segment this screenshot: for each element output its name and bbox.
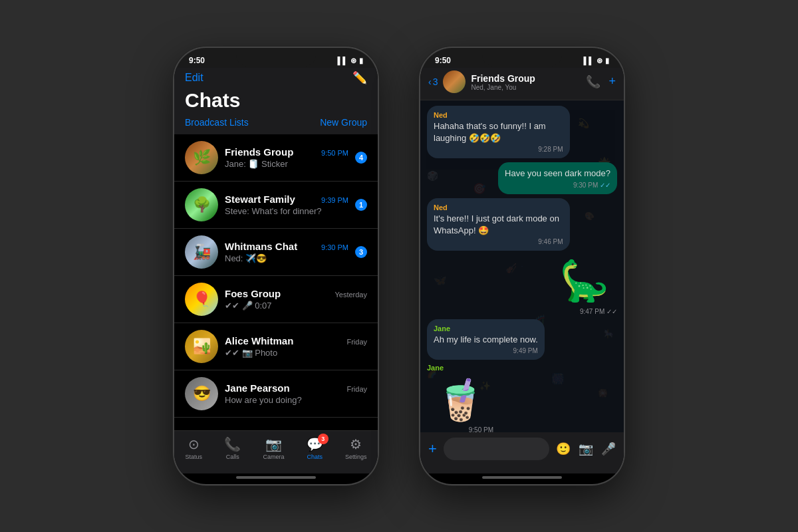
calls-icon: 📞 (224, 437, 241, 452)
chat-content: Alice WhitmanFriday✔✔ 📷 Photo (225, 335, 367, 358)
camera-icon[interactable]: 📷 (579, 442, 593, 456)
svg-text:🎯: 🎯 (473, 182, 486, 195)
chat-name: Alice Whitman (225, 335, 293, 346)
sticker: 🧋 (427, 373, 493, 426)
chat-content: Friends Group9:50 PMJane: 🧻 Sticker (225, 146, 348, 169)
phone-2: 9:50 ▌▌ ⊛ ▮ ‹ 3 Friends Group Ned, Jane,… (419, 47, 625, 485)
compose-button[interactable]: ✏️ (352, 70, 367, 85)
message-time: 9:47 PM ✓✓ (551, 308, 617, 315)
message-time: 9:28 PM (434, 146, 563, 153)
chat-top: Friends Group9:50 PM (225, 146, 348, 158)
svg-text:🎻: 🎻 (505, 263, 517, 274)
status-time-1: 9:50 (189, 56, 205, 65)
chat-preview: Ned: ✈️😎 (225, 253, 348, 263)
message-input[interactable] (444, 438, 549, 460)
chat-preview: ✔✔ 📷 Photo (225, 348, 367, 358)
tab-camera[interactable]: 📷Camera (263, 436, 284, 460)
signal-icon-2: ▌▌ (583, 57, 594, 65)
group-avatar[interactable] (443, 70, 466, 93)
microphone-icon[interactable]: 🎤 (601, 442, 616, 456)
status-icons-2: ▌▌ ⊛ ▮ (583, 57, 609, 65)
chats-actions: Broadcast Lists New Group (185, 117, 367, 128)
unread-badge: 1 (355, 199, 367, 211)
unread-badge: 4 (355, 152, 367, 164)
chat-header: ‹ 3 Friends Group Ned, Jane, You 📞 + (420, 68, 624, 100)
chat-list: 🌿Friends Group9:50 PMJane: 🧻 Sticker4🌳St… (174, 134, 378, 430)
svg-text:🎆: 🎆 (551, 372, 565, 385)
chat-item[interactable]: 🏜️Alice WhitmanFriday✔✔ 📷 Photo (174, 323, 378, 370)
group-name: Friends Group (471, 73, 581, 84)
chat-time: Yesterday (334, 291, 367, 299)
avatar: 😎 (185, 377, 218, 410)
chats-title: Chats (185, 89, 367, 112)
avatar: 🎈 (185, 283, 218, 316)
svg-text:💫: 💫 (578, 118, 590, 129)
chat-item[interactable]: 😎Jane PearsonFridayHow are you doing? (174, 370, 378, 418)
message-time: 9:46 PM (434, 238, 563, 245)
chat-top: Foes GroupYesterday (225, 288, 367, 299)
phone-1: 9:50 ▌▌ ⊛ ▮ Edit ✏️ Chats Broadcast List… (173, 47, 379, 485)
sticker-message: Jane🧋9:50 PM (427, 364, 493, 432)
chats-screen: Edit ✏️ Chats Broadcast Lists New Group … (174, 68, 378, 484)
message-bubble: Have you seen dark mode?9:30 PM ✓✓ (498, 162, 617, 194)
tab-label: Status (186, 454, 203, 460)
chat-top: Stewart Family9:39 PM (225, 194, 348, 205)
message-text: Ah my life is complete now. (434, 334, 538, 346)
chat-top: Alice WhitmanFriday (225, 335, 367, 346)
message-text: It's here!! I just got dark mode on What… (434, 213, 563, 237)
tab-label: Camera (263, 454, 284, 460)
chat-name: Friends Group (225, 146, 293, 158)
svg-text:🎇: 🎇 (598, 388, 608, 398)
chat-name: Foes Group (225, 288, 281, 299)
tab-icon-wrap: 📷 (265, 436, 282, 452)
message-bubble: NedIt's here!! I just got dark mode on W… (427, 198, 570, 251)
tab-chats[interactable]: 💬3Chats (307, 436, 323, 460)
chat-time: 9:39 PM (321, 196, 348, 204)
input-icons: 🙂 📷 🎤 (556, 442, 616, 456)
chat-item[interactable]: 🚂Whitmans Chat9:30 PMNed: ✈️😎3 (174, 229, 378, 276)
tab-icon-wrap: 💬3 (307, 436, 323, 452)
message-bubble: JaneAh my life is complete now.9:49 PM (427, 319, 545, 360)
battery-icon: ▮ (359, 57, 363, 65)
tab-settings[interactable]: ⚙Settings (345, 436, 367, 460)
tab-icon-wrap: ⚙ (350, 436, 362, 452)
tab-status[interactable]: ⊙Status (186, 436, 203, 460)
wifi-icon: ⊛ (350, 57, 356, 65)
message-sender: Jane (427, 364, 493, 372)
camera-icon: 📷 (265, 437, 282, 452)
sticker-message: 🦕9:47 PM ✓✓ (551, 255, 617, 315)
add-attachment-button[interactable]: + (428, 440, 437, 458)
home-indicator (236, 476, 316, 479)
avatar: 🏜️ (185, 330, 218, 363)
tab-calls[interactable]: 📞Calls (224, 436, 241, 460)
tab-label: Settings (345, 454, 367, 460)
tab-label: Calls (226, 454, 239, 460)
chat-content: Whitmans Chat9:30 PMNed: ✈️😎 (225, 241, 348, 263)
unread-badge: 3 (355, 246, 367, 258)
chat-header-info: Friends Group Ned, Jane, You (471, 73, 581, 91)
add-person-icon[interactable]: + (608, 74, 616, 89)
broadcast-lists-button[interactable]: Broadcast Lists (185, 117, 249, 128)
status-icons-1: ▌▌ ⊛ ▮ (337, 57, 363, 65)
svg-text:🎲: 🎲 (427, 170, 439, 182)
sticker-icon[interactable]: 🙂 (556, 442, 571, 456)
chat-item[interactable]: 🎈Foes GroupYesterday✔✔ 🎤 0:07 (174, 276, 378, 323)
chat-item[interactable]: 🌳Stewart Family9:39 PMSteve: What's for … (174, 182, 378, 229)
chat-top: Whitmans Chat9:30 PM (225, 241, 348, 252)
edit-button[interactable]: Edit (185, 72, 203, 84)
tab-icon-wrap: ⊙ (188, 436, 200, 452)
message-time: 9:49 PM (434, 347, 538, 354)
chat-name: Jane Pearson (225, 382, 290, 394)
chat-item[interactable]: 🌿Friends Group9:50 PMJane: 🧻 Sticker4 (174, 134, 378, 182)
messages-area: 🎮 ⭐ 🎵 🌙 💫 🎲 🎯 ⚡ 🎪 🌟 🎸 👾 🎭 🎨 🦋 🎻 🧩 🎡 🎢 (420, 100, 624, 432)
new-group-button[interactable]: New Group (320, 117, 367, 128)
chat-preview: Steve: What's for dinner? (225, 206, 348, 216)
group-members: Ned, Jane, You (471, 84, 581, 91)
message-sender: Ned (434, 203, 563, 211)
message-sender: Jane (434, 325, 538, 332)
call-icon[interactable]: 📞 (586, 74, 600, 89)
tab-bar: ⊙Status📞Calls📷Camera💬3Chats⚙Settings (174, 430, 378, 473)
back-button[interactable]: ‹ 3 (428, 76, 438, 87)
svg-text:🎠: 🎠 (604, 329, 614, 338)
chats-header: Edit ✏️ Chats Broadcast Lists New Group (174, 68, 378, 134)
